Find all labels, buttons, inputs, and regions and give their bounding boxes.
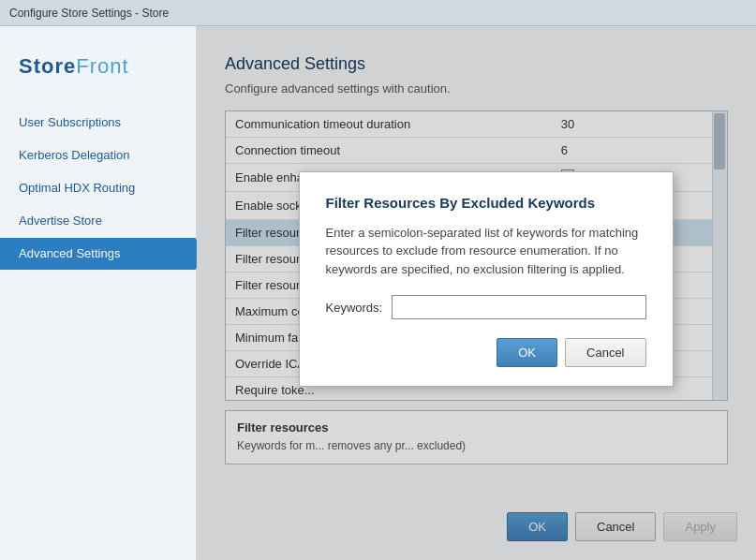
modal-keywords-label: Keywords: [326, 301, 383, 315]
keywords-input[interactable] [392, 295, 645, 319]
modal-keywords-field: Keywords: [326, 295, 646, 319]
modal-description: Enter a semicolon-separated list of keyw… [326, 224, 646, 279]
sidebar-item-advanced-settings[interactable]: Advanced Settings [0, 238, 196, 271]
modal-dialog: Filter Resources By Excluded Keywords En… [299, 171, 674, 388]
modal-buttons: OK Cancel [326, 338, 646, 367]
sidebar-logo: StoreFront [0, 45, 196, 107]
logo-part1: Store [19, 54, 76, 78]
content-area: Advanced Settings Configure advanced set… [197, 26, 756, 560]
main-container: StoreFront User Subscriptions Kerberos D… [0, 26, 756, 560]
title-bar-text: Configure Store Settings - Store [9, 7, 169, 20]
sidebar-item-user-subscriptions[interactable]: User Subscriptions [0, 107, 196, 140]
modal-title: Filter Resources By Excluded Keywords [326, 195, 646, 211]
sidebar: StoreFront User Subscriptions Kerberos D… [0, 26, 197, 560]
logo-part2: Front [76, 54, 128, 78]
modal-cancel-button[interactable]: Cancel [565, 338, 645, 367]
title-bar: Configure Store Settings - Store [0, 0, 756, 26]
modal-overlay: Filter Resources By Excluded Keywords En… [197, 26, 756, 560]
modal-ok-button[interactable]: OK [497, 338, 557, 367]
sidebar-item-advertise-store[interactable]: Advertise Store [0, 205, 196, 238]
sidebar-item-kerberos-delegation[interactable]: Kerberos Delegation [0, 140, 196, 172]
sidebar-item-optimal-hdx-routing[interactable]: Optimal HDX Routing [0, 172, 196, 205]
